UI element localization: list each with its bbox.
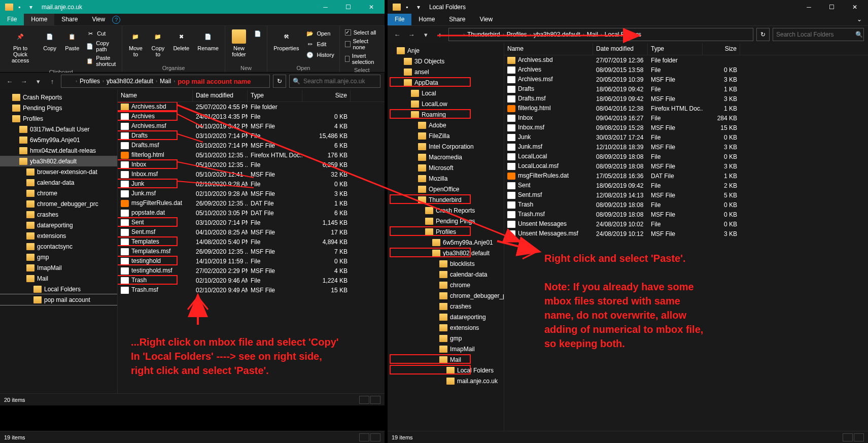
- tree-item[interactable]: Pending Pings: [388, 216, 504, 226]
- table-row[interactable]: Trash.msf08/09/2019 18:08MSF File0 KB: [504, 210, 868, 219]
- up-button[interactable]: ↑: [47, 76, 58, 87]
- table-row[interactable]: filterlog.html05/10/2020 12:35 ...Firefo…: [118, 150, 385, 160]
- tree-item[interactable]: datareporting: [388, 312, 504, 322]
- up-button[interactable]: ↑: [434, 29, 445, 40]
- table-row[interactable]: Junk30/03/2017 17:24File0 KB: [504, 132, 868, 142]
- maximize-button[interactable]: ☐: [337, 0, 360, 14]
- properties-button[interactable]: 🛠Properties: [270, 27, 302, 64]
- tree-item[interactable]: Mail: [388, 354, 504, 365]
- table-row[interactable]: Trash.msf02/10/2020 9:49 AMMSF File15 KB: [118, 285, 385, 295]
- table-row[interactable]: Drafts03/10/2020 7:14 PMFile15,486 KB: [118, 131, 385, 141]
- tree-item[interactable]: chrome_debugger_prof: [388, 290, 504, 301]
- tree-item[interactable]: ansel: [388, 66, 504, 77]
- tree-item[interactable]: Local Folders: [388, 365, 504, 376]
- tree-item[interactable]: Intel Corporation: [388, 141, 504, 152]
- titlebar[interactable]: ▪ ▾ mail.anje.co.uk ─ ☐ ✕: [0, 0, 385, 14]
- tree-item[interactable]: Thunderbird: [388, 194, 504, 205]
- tab-view[interactable]: View: [472, 14, 500, 25]
- table-row[interactable]: Unsent Messages.msf24/08/2019 10:12MSF F…: [504, 229, 868, 238]
- tab-home[interactable]: Home: [24, 14, 54, 25]
- rename-button[interactable]: 📄Rename: [194, 27, 222, 64]
- tree-item[interactable]: gcontactsync: [0, 241, 117, 252]
- tree-item[interactable]: LocalLow: [388, 98, 504, 109]
- view-details[interactable]: [359, 433, 369, 441]
- table-row[interactable]: Inbox09/04/2019 16:27File284 KB: [504, 113, 868, 123]
- tree-item[interactable]: Profiles: [388, 226, 504, 237]
- tree-item[interactable]: datareporting: [0, 220, 117, 230]
- tree-item[interactable]: yba3h802.default: [0, 156, 117, 166]
- maximize-button[interactable]: ☐: [820, 0, 843, 14]
- table-row[interactable]: Archives08/09/2015 13:58File0 KB: [504, 65, 868, 75]
- tree-item[interactable]: OpenOffice: [388, 184, 504, 194]
- tree-item[interactable]: browser-extension-dat: [0, 166, 117, 177]
- table-row[interactable]: testinghold14/10/2019 11:59 ...File0 KB: [118, 256, 385, 266]
- table-row[interactable]: Inbox.msf05/10/2020 12:41 ...MSF File32 …: [118, 169, 385, 179]
- table-row[interactable]: testinghold.msf27/02/2020 2:29 PMMSF Fil…: [118, 266, 385, 276]
- recent-button[interactable]: ▾: [420, 29, 431, 40]
- tree-item[interactable]: chrome: [388, 280, 504, 290]
- table-row[interactable]: Junk02/10/2020 9:28 AMFile0 KB: [118, 179, 385, 189]
- view-details[interactable]: [843, 433, 853, 441]
- tree-item[interactable]: Adobe: [388, 120, 504, 130]
- tab-file[interactable]: File: [388, 14, 411, 25]
- folder-tree[interactable]: Anje3D ObjectsanselAppDataLocalLocalLowR…: [388, 43, 504, 431]
- tree-item[interactable]: Profiles: [0, 113, 117, 124]
- tree-item[interactable]: crashes: [388, 301, 504, 312]
- close-button[interactable]: ✕: [843, 0, 866, 14]
- qat-icon[interactable]: ▪: [406, 4, 413, 11]
- tree-item[interactable]: hmx04zwt.default-releas: [0, 145, 117, 156]
- tab-share[interactable]: Share: [442, 14, 472, 25]
- shortcut-button[interactable]: 📋Paste shortcut: [84, 54, 119, 68]
- table-row[interactable]: Sent.msf12/08/2019 14:13MSF File5 KB: [504, 190, 868, 200]
- tree-item[interactable]: Macromedia: [388, 152, 504, 162]
- table-row[interactable]: Templates.msf26/09/2020 12:35 ...MSF Fil…: [118, 247, 385, 256]
- tab-share[interactable]: Share: [54, 14, 85, 25]
- minimize-button[interactable]: ─: [797, 0, 820, 14]
- copypath-button[interactable]: 📄Copy path: [84, 39, 119, 53]
- qat-dropdown-icon[interactable]: ▾: [29, 4, 37, 11]
- tree-item[interactable]: crashes: [0, 209, 117, 220]
- ribbon-expand[interactable]: ⌄: [851, 14, 868, 25]
- selectnone-button[interactable]: Select none: [343, 37, 381, 51]
- table-row[interactable]: msgFilterRules.dat26/09/2020 12:35 ...DA…: [118, 198, 385, 208]
- table-row[interactable]: Trash02/10/2020 9:46 AMFile1,224 KB: [118, 276, 385, 285]
- table-row[interactable]: Archives.sbd27/07/2019 12:36File folder: [504, 55, 868, 65]
- tree-item[interactable]: pop mail account: [0, 294, 117, 305]
- tree-item[interactable]: FileZilla: [388, 130, 504, 141]
- breadcrumb-path[interactable]: › Profiles› yba3h802.default› Mail› pop …: [61, 75, 270, 88]
- table-row[interactable]: popstate.dat05/10/2020 3:05 PMDAT File6 …: [118, 208, 385, 218]
- tree-item[interactable]: Pending Pings: [0, 103, 117, 113]
- view-icons[interactable]: [854, 433, 864, 441]
- table-row[interactable]: Drafts.msf03/10/2020 7:14 PMMSF File6 KB: [118, 141, 385, 150]
- tree-item[interactable]: chrome: [0, 188, 117, 198]
- tree-item[interactable]: 6w5my99a.Anje01: [0, 134, 117, 145]
- moveto-button[interactable]: 📁Move to: [125, 27, 146, 64]
- history-button[interactable]: 🕑History: [304, 50, 336, 60]
- tree-item[interactable]: extensions: [0, 230, 117, 241]
- column-headers[interactable]: Name Date modified Type Size: [504, 43, 868, 55]
- table-row[interactable]: Drafts18/06/2019 09:42File1 KB: [504, 84, 868, 94]
- refresh-button[interactable]: ↻: [756, 28, 770, 41]
- back-button[interactable]: ←: [4, 76, 15, 87]
- tree-item[interactable]: Mozilla: [388, 173, 504, 184]
- view-icons[interactable]: [370, 433, 380, 441]
- back-button[interactable]: ←: [392, 29, 403, 40]
- open-button[interactable]: 📂Open: [304, 28, 336, 39]
- tree-item[interactable]: Mail: [0, 273, 117, 284]
- tab-home[interactable]: Home: [411, 14, 442, 25]
- paste-button[interactable]: 📋Paste: [62, 27, 82, 68]
- delete-button[interactable]: ✖Delete: [170, 27, 192, 64]
- table-row[interactable]: Archives.sbd25/07/2020 4:55 PMFile folde…: [118, 102, 385, 112]
- table-row[interactable]: Sent.msf04/10/2020 8:25 AMMSF File17 KB: [118, 227, 385, 237]
- table-row[interactable]: Junk.msf02/10/2020 9:28 AMMSF File3 KB: [118, 189, 385, 198]
- table-row[interactable]: Archives.msf20/05/2019 10:39MSF File3 KB: [504, 75, 868, 84]
- table-row[interactable]: Inbox.msf09/08/2019 15:28MSF File15 KB: [504, 123, 868, 132]
- tree-item[interactable]: mail.anje.co.uk: [388, 376, 504, 386]
- qat-icon[interactable]: ▪: [18, 4, 25, 11]
- table-row[interactable]: Inbox05/10/2020 12:35 ...File6,259 KB: [118, 160, 385, 169]
- tree-item[interactable]: gmp: [388, 333, 504, 344]
- view-details[interactable]: [359, 396, 369, 404]
- table-row[interactable]: Trash08/09/2019 18:08File0 KB: [504, 200, 868, 210]
- folder-tree[interactable]: Crash ReportsPending PingsProfiles03l17i…: [0, 90, 118, 393]
- tree-item[interactable]: Microsoft: [388, 162, 504, 173]
